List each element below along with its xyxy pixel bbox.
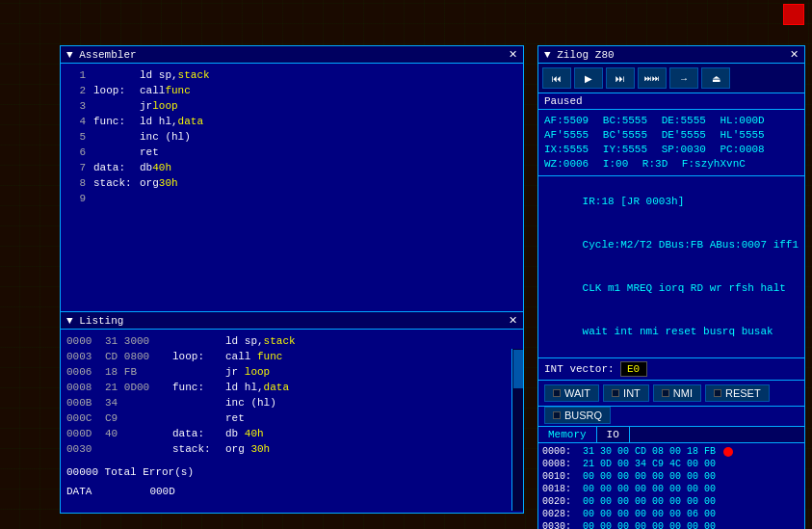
listing-panel: ▼ Listing ✕ 0000 31 3000 ld sp,stack 000… [60,311,524,514]
listing-header: ▼ Listing ✕ [61,312,523,330]
signals-row: WAIT INT NMI RESET [538,381,804,407]
step-into-button[interactable]: → [669,67,698,89]
listing-line-3: 0006 18 FB jr loop [66,364,517,380]
int-signal-button[interactable]: INT [603,384,649,402]
z80-title: ▼ Zilog Z80 [544,49,615,61]
reset-led [714,389,721,397]
reg-row-3: IX:5555 IY:5555 SP:0030 PC:0008 [544,143,799,157]
reg-row-1: AF:5509 BC:5555 DE:5555 HL:000D [544,114,799,128]
listing-title: ▼ Listing [66,315,123,327]
wait-row: wait int nmi reset busrq busak [544,310,799,354]
listing-content: 0000 31 3000 ld sp,stack 0003 CD 0800 lo… [61,330,523,511]
mem-row-5: 0028: 00 00 00 00 00 00 06 00 [542,508,800,520]
reg-row-2: AF'5555 BC'5555 DE'5555 HL'5555 [544,128,799,143]
mem-row-3: 0018: 00 00 00 00 00 00 00 00 [542,483,800,495]
asm-line-5: 5 inc (hl) [66,129,517,145]
step-over-button[interactable]: ⏭ [606,67,635,89]
io-tab[interactable]: IO [597,427,630,442]
asm-line-8: 8 stack: org 30h [66,175,517,191]
busrq-signal-button[interactable]: BUSRQ [544,407,611,424]
assembler-content: 1 ld sp,stack 2 loop: call func 3 jr loo… [61,64,523,312]
listing-scrollbar[interactable] [511,349,523,511]
asm-line-2: 2 loop: call func [66,83,517,98]
listing-close-button[interactable]: ✕ [509,314,517,327]
assembler-header: ▼ Assembler ✕ [61,46,523,64]
wait-signal-button[interactable]: WAIT [544,384,599,402]
int-led [612,389,619,397]
z80-panel: ▼ Zilog Z80 ✕ ⏮ ▶ ⏭ ⏭⏭ → ⏏ Paused AF:550… [537,45,805,529]
memory-io-tabs: Memory IO [538,427,804,443]
z80-close-button[interactable]: ✕ [790,48,799,61]
busrq-led [553,411,561,419]
transport-controls: ⏮ ▶ ⏭ ⏭⏭ → ⏏ [538,64,804,93]
assembler-title: ▼ Assembler [66,49,137,61]
listing-scrollbar-thumb[interactable] [513,350,523,388]
listing-line-7: 000D 40 data: db 40h [66,426,517,441]
mem-row-1: 0008: 21 0D 00 34 C9 4C 00 00 [542,458,800,470]
memory-tab[interactable]: Memory [538,427,597,442]
memory-content: 0000: 31 30 00 CD 08 00 18 FB 0008: 21 0… [538,443,804,529]
rewind-button[interactable]: ⏮ [542,67,571,89]
registers-section: AF:5509 BC:5555 DE:5555 HL:000D AF'5555 … [538,110,804,176]
asm-line-6: 6 ret [66,145,517,160]
nmi-led [662,389,669,397]
listing-line-1: 0000 31 3000 ld sp,stack [66,333,517,349]
red-square-decoration [783,4,804,25]
asm-line-1: 1 ld sp,stack [66,67,517,83]
cycle-row: Cycle:M2/T2 DBus:FB ABus:0007 iff1 [544,224,799,267]
listing-line-5: 000B 34 inc (hl) [66,395,517,410]
mem-row-2: 0010: 00 00 00 00 00 00 00 00 [542,470,800,483]
reset-button[interactable]: ⏏ [701,67,730,89]
asm-line-3: 3 jr loop [66,98,517,114]
int-vector-row: INT vector: E0 [538,358,804,381]
listing-line-8: 0030 stack: org 30h [66,441,517,457]
mem-row-0: 0000: 31 30 00 CD 08 00 18 FB [542,445,800,458]
asm-line-9: 9 [66,191,517,206]
asm-line-7: 7 data: db 40h [66,160,517,175]
ir-row: IR:18 [JR 0003h] [544,180,799,224]
status-section: IR:18 [JR 0003h] Cycle:M2/T2 DBus:FB ABu… [538,176,804,358]
assembler-close-button[interactable]: ✕ [509,48,517,61]
clk-row: CLK m1 MREQ iorq RD wr rfsh halt [544,267,799,310]
mem-row-4: 0020: 00 00 00 00 00 00 00 00 [542,495,800,508]
listing-line-2: 0003 CD 0800 loop: call func [66,349,517,364]
asm-line-4: 4 func: ld hl,data [66,114,517,129]
paused-label: Paused [538,93,804,110]
listing-errors: 00000 Total Error(s) [66,464,517,480]
z80-header: ▼ Zilog Z80 ✕ [538,46,804,64]
nmi-signal-button[interactable]: NMI [653,384,701,402]
reset-signal-button[interactable]: RESET [705,384,770,402]
signals-row-2: BUSRQ [538,407,804,427]
play-button[interactable]: ▶ [574,67,603,89]
wait-led [553,389,561,397]
listing-line-6: 000C C9 ret [66,410,517,426]
step-to-end-button[interactable]: ⏭⏭ [638,67,667,89]
listing-data-row: DATA 000D [66,484,517,499]
mem-row-6: 0030: 00 00 00 00 00 00 00 00 [542,520,800,529]
reg-row-4: WZ:0006 I:00 R:3D F:szyhXvnC [544,157,799,172]
assembler-panel: ▼ Assembler ✕ 1 ld sp,stack 2 loop: call… [60,45,524,315]
listing-line-4: 0008 21 0D00 func: ld hl,data [66,380,517,395]
mem-indicator [723,447,733,457]
